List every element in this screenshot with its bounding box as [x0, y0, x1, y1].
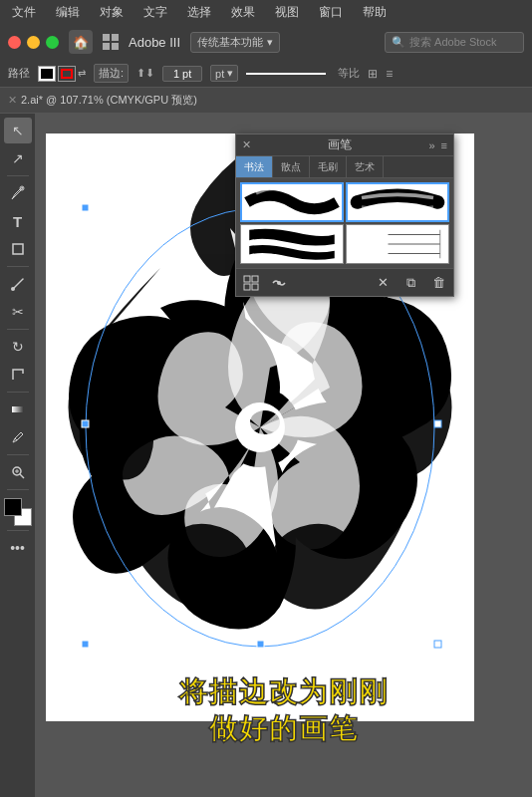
- zoom-tool[interactable]: [4, 459, 32, 485]
- svg-rect-23: [244, 284, 250, 290]
- brush-tab-bristle[interactable]: 毛刷: [310, 156, 347, 177]
- gradient-tool[interactable]: [4, 397, 32, 422]
- close-tab-button[interactable]: ✕: [8, 94, 17, 107]
- brush-panel-title: 画笔: [328, 136, 352, 153]
- stroke-line-preview: [246, 73, 326, 75]
- brush-delete-button[interactable]: ✕: [372, 273, 394, 293]
- stock-search[interactable]: 🔍 搜索 Adobe Stock: [385, 32, 524, 53]
- pen-tool[interactable]: [4, 180, 32, 206]
- path-label: 路径: [8, 66, 30, 81]
- brush-tool[interactable]: [4, 271, 32, 297]
- menu-file[interactable]: 文件: [8, 2, 40, 23]
- shape-tool[interactable]: [4, 236, 32, 262]
- tool-separator-4: [7, 392, 29, 393]
- svg-rect-22: [252, 276, 258, 282]
- brush-item-1[interactable]: [240, 182, 344, 222]
- minimize-button[interactable]: [27, 36, 40, 49]
- select-tool[interactable]: ↖: [4, 118, 32, 143]
- canvas-area[interactable]: ✕ 画笔 » ≡ 书法 散点 毛刷 艺术: [36, 114, 532, 797]
- align-icon[interactable]: ⊞: [368, 67, 378, 81]
- tool-separator-5: [7, 454, 29, 455]
- type-tool[interactable]: T: [4, 208, 32, 234]
- maximize-button[interactable]: [46, 36, 59, 49]
- search-icon: 🔍: [392, 36, 405, 49]
- menu-help[interactable]: 帮助: [359, 2, 391, 23]
- stroke-swatch[interactable]: [58, 66, 76, 82]
- menu-effect[interactable]: 效果: [227, 2, 259, 23]
- svg-point-25: [277, 281, 281, 285]
- direct-select-tool[interactable]: ↗: [4, 145, 32, 171]
- svg-rect-24: [252, 284, 258, 290]
- brush-item-3[interactable]: [240, 224, 344, 264]
- menu-object[interactable]: 对象: [96, 2, 128, 23]
- brush-list: [236, 178, 453, 268]
- unit-dropdown[interactable]: pt ▾: [210, 65, 238, 82]
- title-bar: 🏠 Adobe III 传统基本功能 ▾ 🔍 搜索 Adobe Stock: [0, 24, 532, 60]
- menu-edit[interactable]: 编辑: [52, 2, 84, 23]
- eyedropper-tool[interactable]: [4, 424, 32, 450]
- document-tab[interactable]: 2.ai* @ 107.71% (CMYK/GPU 预览): [21, 93, 197, 108]
- panel-collapse-icon[interactable]: ✕: [242, 138, 251, 151]
- left-toolbar: ↖ ↗ T ✂ ↻: [0, 114, 36, 797]
- scissors-tool[interactable]: ✂: [4, 299, 32, 325]
- svg-point-2: [11, 287, 15, 291]
- tool-separator-3: [7, 329, 29, 330]
- grid-icon: [103, 34, 119, 50]
- workspace-dropdown[interactable]: 传统基本功能 ▾: [190, 32, 280, 53]
- brush-panel-header: ✕ 画笔 » ≡: [236, 134, 453, 156]
- panel-menu-icon[interactable]: ≡: [441, 139, 447, 151]
- menu-text[interactable]: 文字: [139, 2, 171, 23]
- brush-copy-button[interactable]: ⧉: [399, 273, 421, 293]
- tool-separator-6: [7, 489, 29, 490]
- rotate-tool[interactable]: ↻: [4, 334, 32, 360]
- equal-ratio-label: 等比: [338, 66, 360, 81]
- brush-actions: ✕ ⧉ 🗑: [236, 268, 453, 296]
- close-button[interactable]: [8, 36, 21, 49]
- app-name: Adobe III: [129, 35, 180, 50]
- stroke-options-dropdown[interactable]: 描边:: [94, 64, 129, 83]
- fill-swatch[interactable]: [38, 66, 56, 82]
- tool-separator-2: [7, 266, 29, 267]
- more-options-icon[interactable]: ≡: [386, 67, 393, 81]
- tab-bar: ✕ 2.ai* @ 107.71% (CMYK/GPU 预览): [0, 88, 532, 114]
- svg-rect-3: [12, 406, 24, 412]
- scale-tool[interactable]: [4, 362, 32, 388]
- brush-tab-calligraphy[interactable]: 书法: [236, 156, 273, 177]
- more-tools-button[interactable]: •••: [4, 535, 32, 561]
- brush-tab-art[interactable]: 艺术: [347, 156, 384, 177]
- foreground-color-swatch[interactable]: [4, 498, 22, 516]
- tool-separator-1: [7, 175, 29, 176]
- properties-bar: 路径 ⇄ 描边: ⬆⬇ pt ▾ 等比 ⊞ ≡: [0, 60, 532, 88]
- panel-header-icons: » ≡: [428, 139, 447, 151]
- menu-bar: 文件 编辑 对象 文字 选择 效果 视图 窗口 帮助: [0, 0, 532, 24]
- menu-window[interactable]: 窗口: [315, 2, 347, 23]
- brush-libraries-button[interactable]: [240, 273, 262, 293]
- home-button[interactable]: 🏠: [69, 30, 93, 54]
- color-swatches[interactable]: [4, 498, 32, 526]
- main-area: ↖ ↗ T ✂ ↻: [0, 114, 532, 797]
- svg-rect-1: [13, 244, 23, 254]
- window-controls: [8, 36, 59, 49]
- brush-panel: ✕ 画笔 » ≡ 书法 散点 毛刷 艺术: [235, 133, 454, 297]
- menu-view[interactable]: 视图: [271, 2, 303, 23]
- menu-select[interactable]: 选择: [183, 2, 215, 23]
- svg-line-5: [20, 474, 24, 478]
- brush-options-button[interactable]: 🗑: [427, 273, 449, 293]
- svg-rect-21: [244, 276, 250, 282]
- brush-tab-scatter[interactable]: 散点: [273, 156, 310, 177]
- tool-separator-7: [7, 530, 29, 531]
- stroke-width-input[interactable]: [162, 66, 202, 82]
- brush-item-2[interactable]: [346, 182, 449, 222]
- brush-item-4[interactable]: [346, 224, 449, 264]
- stroke-label: 描边:: [99, 66, 124, 81]
- brush-tabs: 书法 散点 毛刷 艺术: [236, 156, 453, 178]
- swap-icon[interactable]: ⇄: [78, 68, 86, 79]
- panel-expand-icon[interactable]: »: [428, 139, 434, 151]
- brush-add-button[interactable]: [268, 273, 290, 293]
- stroke-arrows: ⬆⬇: [136, 67, 154, 80]
